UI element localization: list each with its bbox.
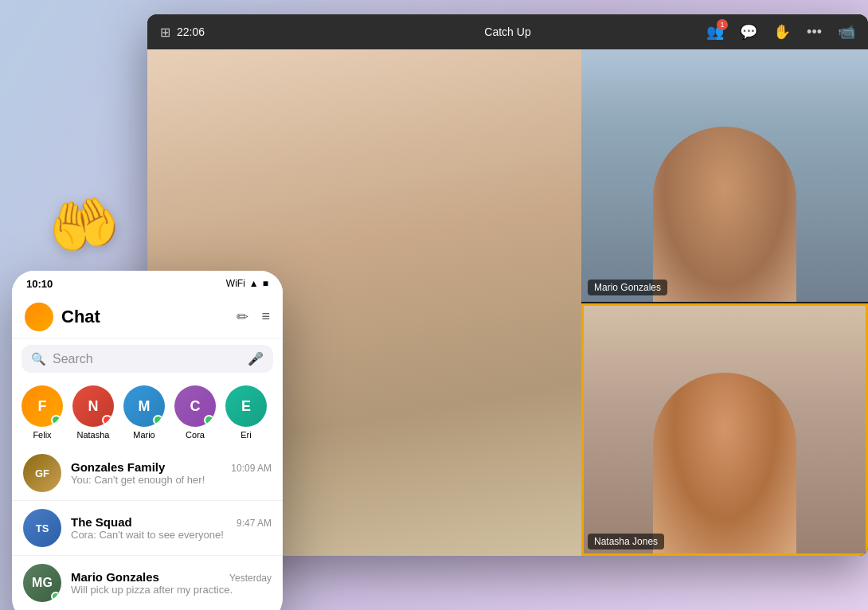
status-icons: WiFi ▲ ■ [226, 278, 268, 289]
eri-avatar: E [225, 385, 267, 427]
raise-hand-icon[interactable]: ✋ [773, 23, 791, 41]
natasha-avatar: N [72, 385, 114, 427]
clapping-emoji: 🤲 [42, 186, 124, 264]
felix-name: Felix [33, 430, 51, 440]
eri-story-name: Eri [240, 430, 251, 440]
squad-avatar: TS [23, 509, 61, 547]
video-tile-mario: Mario Gonzales [581, 49, 868, 303]
squad-top: The Squad 9:47 AM [71, 515, 272, 529]
chat-screen-title: Chat [61, 307, 100, 327]
more-options-icon[interactable]: ••• [807, 24, 822, 41]
status-time: 10:10 [26, 278, 53, 290]
mario-gonzales-top: Mario Gonzales Yesterday [71, 570, 272, 584]
mobile-phone: 10:10 WiFi ▲ ■ Chat ✏ ≡ 🔍 Search 🎤 F Fel… [12, 271, 283, 610]
mario-story-name: Mario [133, 430, 155, 440]
title-bar-left: ⊞ 22:06 [160, 25, 205, 40]
cora-status-dot [204, 415, 214, 425]
story-felix[interactable]: F Felix [22, 385, 63, 440]
mario-gonzales-content: Mario Gonzales Yesterday Will pick up pi… [71, 570, 272, 596]
natasha-figure [653, 373, 796, 556]
gonzales-family-preview: You: Can't get enough of her! [71, 474, 246, 486]
user-avatar [25, 303, 53, 331]
battery-icon: ■ [263, 278, 268, 289]
chat-header-left: Chat [25, 303, 100, 331]
title-bar: ⊞ 22:06 Catch Up 👥 1 💬 ✋ ••• 📹 [147, 14, 868, 49]
camera-icon[interactable]: 📹 [838, 23, 855, 41]
squad-time: 9:47 AM [237, 518, 272, 529]
story-eri[interactable]: E Eri [225, 385, 267, 440]
story-mario[interactable]: M Mario [123, 385, 165, 440]
wifi-icon: WiFi [226, 278, 245, 289]
call-title: Catch Up [484, 25, 530, 38]
title-bar-right: 👥 1 💬 ✋ ••• 📹 [706, 23, 855, 41]
mario-gonzales-avatar: MG [23, 564, 61, 602]
chat-icon[interactable]: 💬 [740, 23, 757, 41]
search-icon: 🔍 [31, 352, 46, 366]
natasha-status-dot [102, 415, 112, 425]
chat-item-mario-gonzales[interactable]: MG Mario Gonzales Yesterday Will pick up… [12, 556, 283, 610]
natasha-story-name: Natasha [77, 430, 110, 440]
story-cora[interactable]: C Cora [174, 385, 216, 440]
stories-row: F Felix N Natasha M Mario C Cora [12, 379, 283, 446]
search-input[interactable]: Search [53, 352, 241, 366]
filter-icon[interactable]: ≡ [261, 308, 270, 326]
grid-icon[interactable]: ⊞ [160, 25, 170, 40]
compose-icon[interactable]: ✏ [237, 308, 248, 326]
signal-icon: ▲ [249, 278, 259, 289]
mario-story-avatar: M [123, 385, 165, 427]
microphone-icon[interactable]: 🎤 [248, 351, 264, 366]
natasha-name-tag: Natasha Jones [588, 534, 664, 549]
felix-avatar: F [22, 385, 63, 427]
mario-name-tag: Mario Gonzales [588, 280, 667, 295]
gonzales-family-time: 10:09 AM [231, 463, 272, 474]
chat-item-squad[interactable]: TS The Squad 9:47 AM Cora: Can't wait to… [12, 501, 283, 556]
status-bar: 10:10 WiFi ▲ ■ [12, 271, 283, 296]
squad-name: The Squad [71, 515, 132, 529]
cora-story-name: Cora [186, 430, 205, 440]
gonzales-family-avatar: GF [23, 454, 61, 492]
chat-item-gonzales-family[interactable]: GF Gonzales Family 10:09 AM You: Can't g… [12, 446, 283, 501]
felix-status-dot [51, 415, 61, 425]
chat-header-icons: ✏ ≡ [237, 308, 270, 326]
squad-content: The Squad 9:47 AM Cora: Can't wait to se… [71, 515, 272, 541]
mario-gonzales-name: Mario Gonzales [71, 570, 159, 584]
gonzales-family-name: Gonzales Family [71, 460, 165, 474]
mario-figure [653, 127, 796, 302]
mario-status-dot [153, 415, 163, 425]
cora-avatar: C [174, 385, 216, 427]
gonzales-family-top: Gonzales Family 10:09 AM [71, 460, 272, 474]
video-tile-natasha: Natasha Jones [581, 303, 868, 556]
story-natasha[interactable]: N Natasha [72, 385, 114, 440]
mario-online-dot [51, 592, 61, 601]
side-panel: Mario Gonzales Natasha Jones [581, 49, 868, 556]
search-bar[interactable]: 🔍 Search 🎤 [22, 345, 273, 373]
chat-list: GF Gonzales Family 10:09 AM You: Can't g… [12, 446, 283, 610]
mario-video-background [581, 49, 868, 302]
mario-gonzales-preview: Will pick up pizza after my practice. [71, 584, 246, 596]
notification-badge: 1 [717, 19, 728, 30]
natasha-video-background [581, 303, 868, 556]
squad-preview: Cora: Can't wait to see everyone! [71, 529, 246, 541]
chat-header: Chat ✏ ≡ [12, 296, 283, 338]
clock-display: 22:06 [177, 25, 205, 38]
gonzales-family-content: Gonzales Family 10:09 AM You: Can't get … [71, 460, 272, 486]
mario-gonzales-time: Yesterday [229, 573, 272, 584]
participants-icon[interactable]: 👥 1 [706, 23, 724, 41]
